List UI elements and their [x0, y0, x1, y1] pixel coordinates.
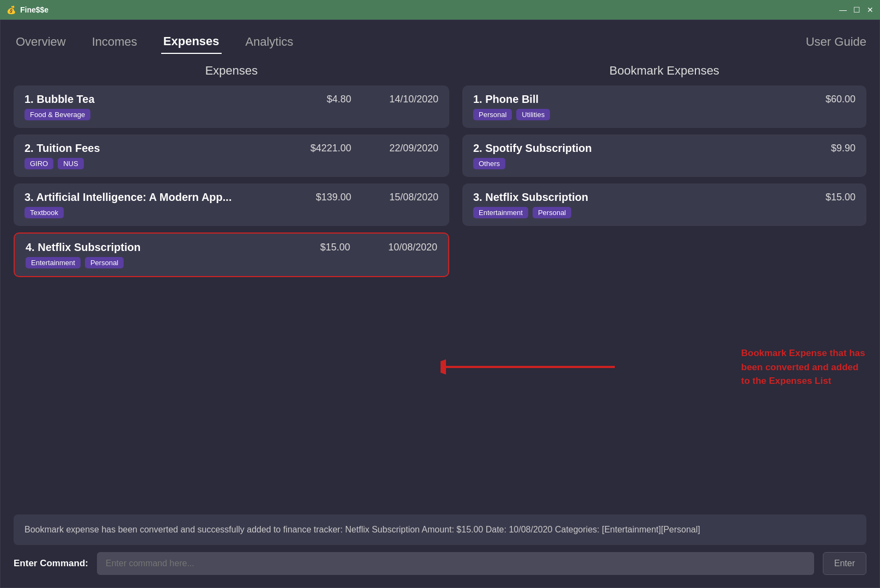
bookmark-tag-personal-3: Personal	[533, 207, 571, 218]
close-button[interactable]: ✕	[867, 6, 873, 14]
bookmark-item-3[interactable]: 3. Netflix Subscription $15.00 Entertain…	[462, 183, 866, 226]
expense-amount-1: $4.80	[302, 94, 351, 105]
expense-row-1: 1. Bubble Tea $4.80 14/10/2020	[25, 93, 438, 106]
expense-date-2: 22/09/2020	[373, 143, 438, 154]
bookmark-amount-2: $9.90	[806, 143, 855, 154]
expense-date-1: 14/10/2020	[373, 94, 438, 105]
bookmark-tag-personal-1: Personal	[473, 109, 512, 120]
expense-item-3[interactable]: 3. Artificial Intelligence: A Modern App…	[14, 183, 449, 226]
bookmark-tag-entertainment-3: Entertainment	[473, 207, 528, 218]
expense-amount-2: $4221.00	[302, 143, 351, 154]
bookmark-row-1: 1. Phone Bill $60.00	[473, 93, 855, 106]
nav-user-guide[interactable]: User Guide	[806, 35, 866, 49]
title-bar: 💰 Fine$$e — ☐ ✕	[0, 0, 880, 20]
annotation-text: Bookmark Expense that has been converted…	[741, 346, 866, 388]
tag-textbook: Textbook	[25, 207, 64, 218]
expense-meta-2: $4221.00 22/09/2020	[302, 143, 438, 154]
bookmark-item-1[interactable]: 1. Phone Bill $60.00 Personal Utilities	[462, 85, 866, 128]
expense-name-4: 4. Netflix Subscription	[26, 241, 140, 254]
maximize-button[interactable]: ☐	[853, 6, 860, 14]
tag-row-4: Entertainment Personal	[26, 257, 437, 268]
bookmark-name-2: 2. Spotify Subscription	[473, 142, 592, 155]
bookmark-amount-3: $15.00	[806, 192, 855, 203]
nav-overview[interactable]: Overview	[14, 30, 68, 53]
nav-bar: Overview Incomes Expenses Analytics User…	[1, 20, 879, 64]
window-controls: — ☐ ✕	[839, 6, 873, 14]
expense-amount-3: $139.00	[302, 192, 351, 203]
app-icon: 💰	[7, 5, 16, 14]
expenses-column: Expenses 1. Bubble Tea $4.80 14/10/2020	[14, 64, 449, 508]
columns: Expenses 1. Bubble Tea $4.80 14/10/2020	[14, 64, 866, 508]
command-enter-button[interactable]: Enter	[823, 552, 866, 575]
expense-date-3: 15/08/2020	[373, 192, 438, 203]
bookmark-item-2[interactable]: 2. Spotify Subscription $9.90 Others	[462, 134, 866, 177]
expense-name-3: 3. Artificial Intelligence: A Modern App…	[25, 191, 231, 204]
command-bar: Enter Command: Enter	[14, 550, 866, 579]
expense-row-4: 4. Netflix Subscription $15.00 10/08/202…	[26, 241, 437, 254]
bookmark-list: 1. Phone Bill $60.00 Personal Utilities	[462, 85, 866, 226]
bookmark-amount-1: $60.00	[806, 94, 855, 105]
tag-entertainment: Entertainment	[26, 257, 81, 268]
expense-row-2: 2. Tuition Fees $4221.00 22/09/2020	[25, 142, 438, 155]
expense-item-1[interactable]: 1. Bubble Tea $4.80 14/10/2020 Food & Be…	[14, 85, 449, 128]
expense-item-2[interactable]: 2. Tuition Fees $4221.00 22/09/2020 GIRO…	[14, 134, 449, 177]
command-label: Enter Command:	[14, 558, 88, 569]
nav-left: Overview Incomes Expenses Analytics	[14, 30, 296, 54]
nav-expenses[interactable]: Expenses	[161, 30, 222, 54]
bookmark-name-1: 1. Phone Bill	[473, 93, 539, 106]
bookmarks-column: Bookmark Expenses 1. Phone Bill $60.00 P	[462, 64, 866, 508]
annotation-area: Bookmark Expense that has been converted…	[462, 226, 866, 508]
bookmark-tag-row-2: Others	[473, 158, 855, 169]
expense-name-1: 1. Bubble Tea	[25, 93, 95, 106]
minimize-button[interactable]: —	[839, 6, 847, 14]
tag-personal: Personal	[85, 257, 124, 268]
expense-list: 1. Bubble Tea $4.80 14/10/2020 Food & Be…	[14, 85, 449, 277]
expense-item-4-highlighted[interactable]: 4. Netflix Subscription $15.00 10/08/202…	[14, 232, 449, 277]
expense-row-3: 3. Artificial Intelligence: A Modern App…	[25, 191, 438, 204]
expense-date-4: 10/08/2020	[372, 242, 437, 253]
tag-row-1: Food & Beverage	[25, 109, 438, 120]
bookmark-row-3: 3. Netflix Subscription $15.00	[473, 191, 855, 204]
expense-amount-4: $15.00	[301, 242, 350, 253]
bookmark-tag-row-1: Personal Utilities	[473, 109, 855, 120]
bookmarks-title: Bookmark Expenses	[462, 64, 866, 78]
status-bar: Bookmark expense has been converted and …	[14, 514, 866, 545]
bookmark-tag-row-3: Entertainment Personal	[473, 207, 855, 218]
content-area: Expenses 1. Bubble Tea $4.80 14/10/2020	[1, 64, 879, 587]
annotation-arrow	[441, 345, 626, 389]
expense-name-2: 2. Tuition Fees	[25, 142, 100, 155]
tag-nus: NUS	[58, 158, 83, 169]
app-container: Overview Incomes Expenses Analytics User…	[0, 20, 880, 588]
nav-analytics[interactable]: Analytics	[243, 30, 296, 53]
bookmark-tag-utilities: Utilities	[516, 109, 550, 120]
tag-food-beverage: Food & Beverage	[25, 109, 90, 120]
expenses-title: Expenses	[14, 64, 449, 78]
tag-row-3: Textbook	[25, 207, 438, 218]
tag-row-2: GIRO NUS	[25, 158, 438, 169]
bookmark-tag-others: Others	[473, 158, 505, 169]
expense-meta-1: $4.80 14/10/2020	[302, 94, 438, 105]
nav-incomes[interactable]: Incomes	[90, 30, 139, 53]
bookmark-name-3: 3. Netflix Subscription	[473, 191, 588, 204]
bookmark-row-2: 2. Spotify Subscription $9.90	[473, 142, 855, 155]
app-title: 💰 Fine$$e	[7, 5, 48, 14]
command-input[interactable]	[97, 552, 814, 575]
expense-meta-3: $139.00 15/08/2020	[302, 192, 438, 203]
expense-meta-4: $15.00 10/08/2020	[301, 242, 437, 253]
tag-giro: GIRO	[25, 158, 53, 169]
